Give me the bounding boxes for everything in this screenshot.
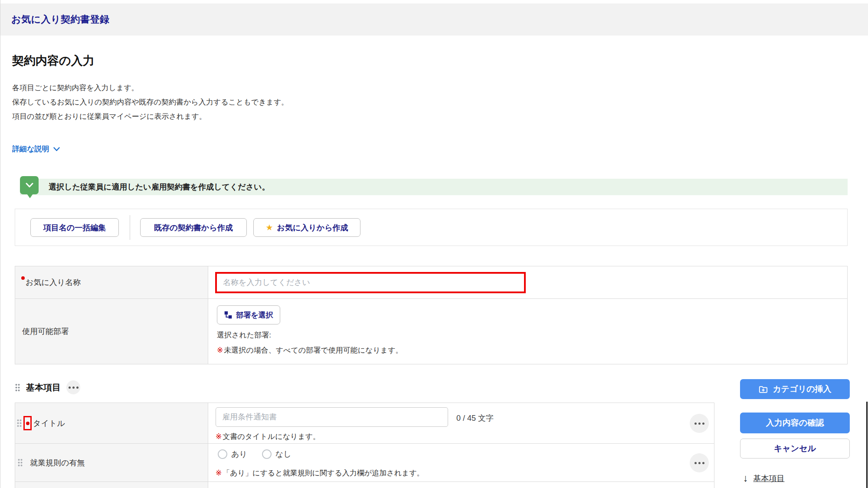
favorite-name-label: お気に入り名称 (26, 277, 81, 288)
title-label: タイトル (33, 418, 65, 429)
create-from-favorite-button[interactable]: ★ お気に入りから作成 (253, 218, 360, 237)
radio-option-nashi[interactable]: なし (262, 449, 292, 459)
page-description: 各項目ごとに契約内容を入力します。 保存しているお気に入りの契約内容や既存の契約… (12, 81, 288, 124)
star-icon: ★ (265, 223, 273, 233)
cancel-label: キャンセル (774, 443, 816, 454)
favorite-info-table: お気に入り名称 使用可能部署 部署を選択 (15, 266, 848, 364)
required-dot-icon (21, 276, 25, 280)
next-row-value-cell (208, 482, 714, 488)
page: お気に入り契約書登録 契約内容の入力 各項目ごとに契約内容を入力します。 保存し… (0, 0, 868, 488)
ellipsis-icon (69, 386, 79, 389)
work-rules-radio-group: あり なし (218, 449, 292, 459)
org-chart-icon (224, 311, 233, 319)
description-line: 保存しているお気に入りの契約内容や既存の契約書から入力することもできます。 (12, 95, 288, 109)
radio-button-icon[interactable] (262, 449, 272, 459)
selected-departments-text: 選択された部署: (217, 330, 271, 340)
basic-items-table: タイトル 0 / 45 文字 ※文書のタイトルになります。 就業規則の有無 (15, 403, 714, 488)
next-row-partial (15, 482, 714, 488)
available-departments-label: 使用可能部署 (22, 326, 69, 337)
available-departments-label-cell: 使用可能部署 (15, 299, 208, 364)
work-rules-label: 就業規則の有無 (30, 458, 85, 468)
favorite-name-row: お気に入り名称 (15, 266, 847, 299)
title-note: ※文書のタイトルになります。 (216, 432, 320, 442)
guidance-banner-text: 選択した従業員に適用したい雇用契約書を作成してください。 (49, 179, 848, 195)
available-departments-row: 使用可能部署 部署を選択 選択された部署: ※未選択の場合、すべての部署で使用可… (15, 299, 847, 364)
creation-toolbar: 項目名の一括編集 既存の契約書から作成 ★ お気に入りから作成 (15, 209, 848, 246)
confirm-input-button[interactable]: 入力内容の確認 (740, 413, 850, 433)
bulk-edit-item-names-label: 項目名の一括編集 (43, 223, 106, 233)
cancel-button[interactable]: キャンセル (740, 439, 850, 459)
details-toggle-label: 詳細な説明 (12, 144, 49, 154)
jump-to-basic-items-link[interactable]: ↓ 基本項目 (743, 472, 785, 484)
details-toggle-link[interactable]: 詳細な説明 (12, 144, 60, 154)
guidance-banner: 選択した従業員に適用したい雇用契約書を作成してください。 (20, 179, 848, 195)
title-row: タイトル 0 / 45 文字 ※文書のタイトルになります。 (15, 403, 714, 444)
bulk-edit-item-names-button[interactable]: 項目名の一括編集 (30, 218, 119, 237)
work-rules-row-more-menu-button[interactable] (690, 453, 709, 472)
favorite-name-value-cell (208, 266, 847, 298)
select-department-label: 部署を選択 (236, 310, 273, 320)
favorite-name-label-cell: お気に入り名称 (15, 266, 208, 298)
next-row-label-cell (15, 482, 208, 488)
radio-option-ari-label: あり (231, 449, 247, 459)
radio-button-icon[interactable] (218, 449, 227, 459)
required-dot-icon (26, 422, 29, 425)
speech-bubble-chevron-icon (20, 176, 39, 194)
work-rules-row: 就業規則の有無 あり なし ※「あり」にすると就業規則に関する入力欄が追加されま… (15, 444, 714, 482)
annotation-highlight (215, 272, 526, 293)
radio-option-ari[interactable]: あり (218, 449, 247, 459)
note-asterisk: ※ (216, 469, 222, 477)
ellipsis-icon (694, 422, 704, 425)
departments-note-text: 未選択の場合、すべての部署で使用可能になります。 (224, 346, 403, 354)
departments-note: ※未選択の場合、すべての部署で使用可能になります。 (217, 345, 403, 355)
confirm-input-label: 入力内容の確認 (766, 417, 824, 429)
title-input[interactable] (216, 407, 448, 427)
annotation-highlight (23, 416, 32, 430)
scrollbar[interactable] (866, 402, 868, 488)
drag-handle-icon[interactable] (16, 419, 22, 427)
favorite-name-input[interactable] (217, 274, 524, 291)
title-row-more-menu-button[interactable] (690, 414, 709, 433)
work-rules-note-text: 「あり」にすると就業規則に関する入力欄が追加されます。 (223, 469, 424, 477)
work-rules-label-cell: 就業規則の有無 (15, 444, 208, 481)
page-title: 契約内容の入力 (12, 53, 95, 69)
section-more-menu-button[interactable] (66, 380, 80, 394)
app-title: お気に入り契約書登録 (11, 13, 110, 26)
toolbar-divider (130, 215, 130, 240)
drag-handle-icon[interactable] (15, 383, 20, 392)
basic-items-section-title: 基本項目 (26, 382, 61, 393)
folder-plus-icon (758, 384, 768, 394)
radio-option-nashi-label: なし (275, 449, 292, 459)
title-label-cell: タイトル (15, 403, 208, 443)
jump-to-basic-items-label: 基本項目 (753, 473, 785, 484)
basic-items-section-header: 基本項目 (15, 380, 80, 395)
title-value-cell: 0 / 45 文字 ※文書のタイトルになります。 (208, 403, 714, 443)
available-departments-value-cell: 部署を選択 選択された部署: ※未選択の場合、すべての部署で使用可能になります。 (208, 299, 847, 364)
insert-category-button[interactable]: カテゴリの挿入 (740, 379, 850, 399)
description-line: 項目の並び順とおりに従業員マイページに表示されます。 (12, 109, 288, 124)
select-department-button[interactable]: 部署を選択 (217, 305, 280, 324)
work-rules-note: ※「あり」にすると就業規則に関する入力欄が追加されます。 (216, 468, 424, 478)
chevron-down-icon (53, 147, 60, 151)
create-from-existing-label: 既存の契約書から作成 (154, 223, 233, 233)
character-counter: 0 / 45 文字 (456, 413, 494, 423)
drag-handle-icon[interactable] (17, 459, 23, 467)
note-asterisk: ※ (216, 432, 222, 441)
title-note-text: 文書のタイトルになります。 (223, 432, 320, 441)
note-asterisk: ※ (217, 346, 223, 354)
down-arrow-icon: ↓ (743, 472, 748, 484)
ellipsis-icon (694, 462, 704, 464)
create-from-favorite-label: お気に入りから作成 (277, 223, 348, 233)
create-from-existing-button[interactable]: 既存の契約書から作成 (140, 218, 247, 237)
description-line: 各項目ごとに契約内容を入力します。 (12, 81, 288, 95)
top-bar: お気に入り契約書登録 (0, 3, 868, 36)
insert-category-label: カテゴリの挿入 (773, 383, 831, 395)
work-rules-value-cell: あり なし ※「あり」にすると就業規則に関する入力欄が追加されます。 (208, 444, 714, 481)
